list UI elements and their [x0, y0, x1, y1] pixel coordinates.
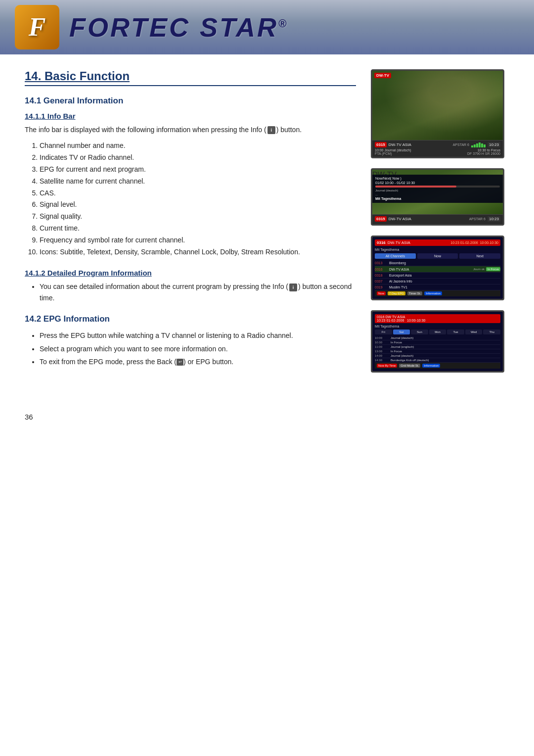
time-display-2: 10:23: [488, 216, 500, 222]
signal-bar: [479, 142, 481, 147]
tab-now[interactable]: Now: [417, 253, 458, 259]
day-sat[interactable]: Sat: [393, 330, 410, 334]
subsection-14-1-1-title: 14.1.1 Info Bar: [25, 112, 356, 120]
s3-time: 10:23 01-02-2006: [450, 241, 478, 244]
screen-mock-4: 0316 DW TV ASIA 10:23 01-02-2006 10:00-1…: [371, 310, 504, 373]
focus-badge: In Focus: [486, 267, 500, 271]
day-fri[interactable]: Fri: [375, 330, 392, 334]
dw-tv-logo-1: DW-TV: [374, 73, 391, 78]
epg-ch-row-aljazeera: 0337 Al Jazeera Info: [375, 279, 500, 284]
day-wed[interactable]: Wed: [465, 330, 483, 334]
prog-row-1: 10:30 In Focus: [375, 340, 500, 345]
tab-all-channels[interactable]: All Channels: [375, 253, 416, 259]
epg-progress-fill: [375, 186, 456, 188]
time-display-1: 10:23: [488, 142, 500, 147]
epg-mit: Mit Tagesthema: [375, 197, 500, 200]
prog-time: 14:00: [375, 354, 389, 357]
day-tue[interactable]: Tue: [447, 330, 464, 334]
day-sun[interactable]: Sun: [411, 330, 428, 334]
page-number: 36: [25, 413, 33, 421]
chapter-title: 14. Basic Function: [25, 69, 356, 86]
screen2-inner: DW-TV Now/Next( Now ) 01/02 10:00 - 01/0…: [372, 170, 503, 224]
epg-ch-row-bloomberg: 0313 Bloomberg: [375, 260, 500, 266]
epg-now-next: Now/Next( Now ): [375, 177, 401, 180]
prog-row-2: 11:00 Journal (englisch): [375, 345, 500, 349]
epg-bullet-list: Press the EPG button while watching a TV…: [25, 330, 356, 367]
info-icon-2: i: [289, 284, 297, 291]
list-item: Signal quality.: [40, 211, 356, 223]
prog-info-1: 10:00 Journal (deutsch): [375, 148, 411, 152]
list-item: CAS.: [40, 188, 356, 199]
epg-btn-yellow[interactable]: 7 Day EPG: [388, 291, 405, 295]
screen1-video: DW-TV: [372, 71, 503, 140]
epg-ch-row-dwtv: 0316 DW-TV ASIA Journ ok In Focus: [375, 266, 500, 273]
list-item: Press the EPG button while watching a TV…: [40, 330, 356, 341]
info-bar-list: Channel number and name. Indicates TV or…: [25, 140, 356, 258]
brand-name: FORTEC STAR®: [69, 12, 288, 43]
epg-btn-blue[interactable]: Information: [424, 291, 442, 295]
right-column: DW-TV 0315 DW-TV ASIA APSTAR 6: [371, 69, 509, 378]
week-header: 0316 DW TV ASIA 10:23 01-02-2006 10:00-1…: [375, 314, 500, 323]
list-item: Channel number and name.: [40, 140, 356, 152]
list-item: Indicates TV or Radio channel.: [40, 152, 356, 164]
ch-number-1: 0315: [375, 142, 387, 147]
list-item: Signal level.: [40, 199, 356, 211]
list-item: Current time.: [40, 223, 356, 235]
s3-ch-num: 0316: [377, 240, 386, 245]
screen1-infobar: 0315 DW-TV ASIA APSTAR 6 10:23: [372, 140, 503, 157]
detail-prog-list: You can see detailed information about t…: [25, 281, 356, 303]
prog-row-3: 13:00 In Focus: [375, 349, 500, 354]
section-14-2: 14.2 EPG Information Press the EPG butto…: [25, 314, 356, 367]
subsection-14-1-1: 14.1.1 Info Bar The info bar is displaye…: [25, 112, 356, 258]
epg-ch-label: Bloomberg: [389, 261, 500, 265]
tab-next[interactable]: Next: [459, 253, 500, 259]
list-item: Select a program which you want to see m…: [40, 343, 356, 354]
s3-sub: Mit Tagesthema: [375, 248, 500, 251]
page-footer: 36: [0, 403, 534, 431]
prog-time: 14:30: [375, 359, 389, 362]
section-14-1-title: 14.1 General Information: [25, 96, 356, 106]
signal-bars-1: [471, 142, 486, 147]
info-bar-intro: The info bar is displayed with the follo…: [25, 124, 356, 135]
epg-prog-label: Journ ok: [473, 268, 485, 271]
list-item: Frequency and symbol rate for current ch…: [40, 235, 356, 246]
epg-ch-num: 0318: [375, 274, 388, 277]
sat-name-2: APSTAR 6: [469, 217, 486, 221]
list-item: Satellite name for current channel.: [40, 176, 356, 188]
epg4-btn-blue[interactable]: Information: [422, 364, 440, 368]
epg4-btn-red[interactable]: Now By Time: [377, 364, 397, 368]
day-thu[interactable]: Thu: [483, 330, 500, 334]
sat-name-1: APSTAR 6: [453, 143, 469, 146]
signal-bar: [474, 144, 476, 147]
screen2-video: DW-TV Now/Next( Now ) 01/02 10:00 - 01/0…: [372, 170, 503, 214]
list-item: EPG for current and next program.: [40, 164, 356, 176]
prog-row-5: 14:30 Bundesliga Kick off (deutsch): [375, 358, 500, 363]
epg-ch-num: 0313: [375, 261, 388, 265]
section-14-2-title: 14.2 EPG Information: [25, 314, 356, 324]
signal-bar: [476, 143, 478, 147]
ch-number-2: 0315: [375, 216, 387, 222]
section-14-1: 14.1 General Information 14.1.1 Info Bar…: [25, 96, 356, 303]
prog-row-0: 10:00 Journal (deutsch): [375, 336, 500, 340]
screen4-content: 0316 DW TV ASIA 10:23 01-02-2006 10:00-1…: [372, 312, 503, 371]
epg-ch-num: 0316: [375, 268, 388, 271]
subsection-14-1-2: 14.1.2 Detailed Program Information You …: [25, 269, 356, 303]
prog-time: 13:00: [375, 350, 389, 353]
epg-btn-white[interactable]: Timer St.: [407, 291, 422, 295]
epg-overlay: Now/Next( Now ) 01/02 10:00 - 01/02 10:3…: [372, 175, 503, 203]
epg-btn-red[interactable]: Now: [377, 291, 386, 295]
epg-progress-bar: [375, 186, 500, 188]
day-tabs: Fri Sat Sun Mon Tue Wed Thu: [375, 330, 500, 334]
prog-time: 10:00: [375, 336, 389, 339]
screen-mock-3: 0316 DW-TV ASIA 10:23 01-02-2006 10:00-1…: [371, 236, 504, 300]
logo-letter: F: [29, 14, 46, 40]
day-mon[interactable]: Mon: [429, 330, 446, 334]
left-column: 14. Basic Function 14.1 General Informat…: [25, 69, 356, 378]
prog-row-4: 14:00 Journal (deutsch): [375, 354, 500, 358]
screen3-header: 0316 DW-TV ASIA 10:23 01-02-2006 10:00-1…: [375, 239, 500, 246]
prog-title: Journal (deutsch): [391, 354, 500, 357]
screen-mock-2: DW-TV Now/Next( Now ) 01/02 10:00 - 01/0…: [371, 168, 504, 226]
epg-bottom-bar-4: Now By Time Grid Mode St. Information: [375, 363, 500, 369]
epg4-btn-white[interactable]: Grid Mode St.: [399, 364, 420, 368]
epg-date: 01/02 10:00 - 01/02 10:30: [375, 181, 415, 185]
